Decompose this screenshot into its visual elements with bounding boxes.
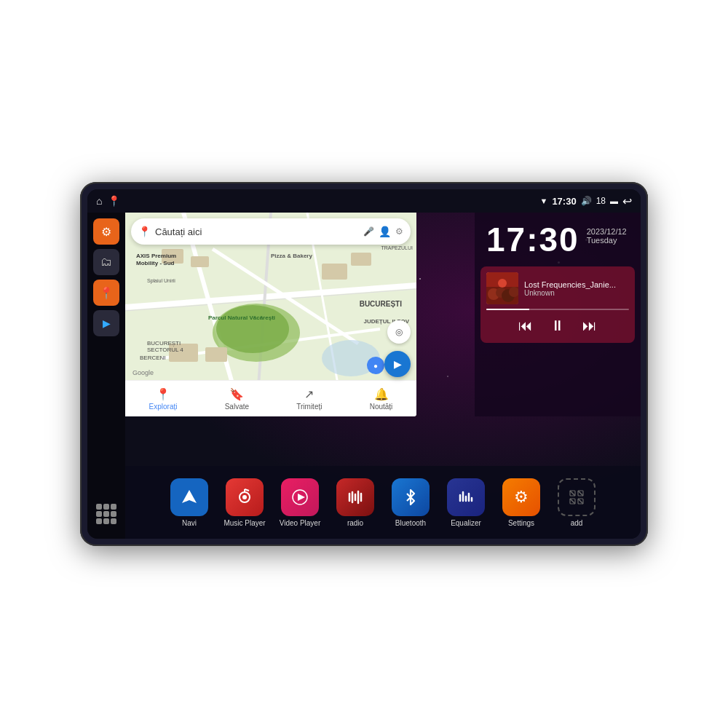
- status-time: 17:30: [552, 196, 576, 207]
- map-shortcut-icon[interactable]: 📍: [108, 195, 120, 207]
- sidebar: ⚙ 🗂 📍 ▶: [87, 213, 125, 539]
- nav-icon: ▶: [103, 317, 111, 329]
- app-bluetooth[interactable]: Bluetooth: [389, 478, 432, 527]
- music-progress-fill: [486, 309, 529, 310]
- clock-time: 17:30: [486, 223, 579, 256]
- map-news-button[interactable]: 🔔 Noutăți: [370, 387, 393, 411]
- svg-rect-24: [486, 272, 518, 304]
- radio-wave-svg: [346, 488, 365, 507]
- saved-label: Salvate: [225, 403, 249, 411]
- back-icon[interactable]: ↩: [622, 194, 632, 208]
- share-icon: ↗: [304, 387, 314, 401]
- status-right: ▼ 17:30 🔊 18 ▬ ↩: [540, 194, 633, 208]
- map-saved-button[interactable]: 🔖 Salvate: [225, 387, 249, 411]
- sidebar-files-button[interactable]: 🗂: [93, 249, 119, 275]
- map-explore-button[interactable]: 📍 Explorați: [149, 387, 178, 411]
- svg-line-45: [578, 499, 583, 504]
- sidebar-settings-button[interactable]: ⚙: [93, 218, 119, 245]
- video-play-svg: [290, 488, 309, 507]
- navi-label: Navi: [182, 519, 197, 527]
- music-progress-bar[interactable]: [486, 309, 629, 310]
- equalizer-label: Equalizer: [451, 519, 481, 527]
- music-player-icon: [226, 478, 264, 516]
- add-svg: [567, 488, 586, 507]
- settings-label: Settings: [508, 519, 534, 527]
- main-area: ⚙ 🗂 📍 ▶: [87, 213, 641, 539]
- map-label-pizza: Pizza & Bakery: [271, 253, 312, 259]
- add-label: add: [571, 519, 583, 527]
- user-icon[interactable]: 👤: [379, 226, 391, 237]
- settings-icon: ⚙: [101, 225, 111, 239]
- right-panel: 17:30 2023/12/12 Tuesday: [475, 213, 641, 416]
- explore-icon: 📍: [156, 387, 170, 401]
- app-video-player[interactable]: Video Player: [278, 478, 322, 527]
- day-value: Tuesday: [587, 236, 627, 245]
- map-label-axis: AXIS PremiumMobility - Sud: [136, 253, 176, 268]
- music-prev-button[interactable]: ⏮: [518, 317, 533, 334]
- music-next-button[interactable]: ⏭: [582, 317, 597, 334]
- sidebar-nav-button[interactable]: ▶: [93, 310, 119, 336]
- radio-label: radio: [347, 519, 363, 527]
- sidebar-location-button[interactable]: 📍: [93, 280, 119, 306]
- music-controls: ⏮ ⏸ ⏭: [486, 314, 629, 337]
- music-top: Lost Frequencies_Janie... Unknown: [486, 272, 629, 304]
- svg-point-27: [242, 495, 247, 499]
- date-value: 2023/12/12: [587, 227, 627, 236]
- app-music-player[interactable]: Music Player: [223, 478, 266, 527]
- files-icon: 🗂: [100, 256, 112, 269]
- svg-rect-12: [191, 256, 209, 267]
- map-searchbar[interactable]: 📍 Căutați aici 🎤 👤 ⚙: [131, 218, 411, 245]
- status-bar: ⌂ 📍 ▼ 17:30 🔊 18 ▬ ↩: [87, 189, 641, 213]
- music-info: Lost Frequencies_Janie... Unknown: [524, 280, 629, 297]
- microphone-icon[interactable]: 🎤: [363, 226, 374, 237]
- music-pause-button[interactable]: ⏸: [550, 317, 565, 334]
- device: ⌂ 📍 ▼ 17:30 🔊 18 ▬ ↩: [80, 182, 648, 546]
- music-artist: Unknown: [524, 289, 629, 297]
- svg-line-44: [570, 499, 575, 504]
- app-navi[interactable]: Navi: [167, 478, 211, 527]
- map-target-button[interactable]: ◎: [387, 320, 411, 344]
- app-add[interactable]: add: [555, 478, 598, 527]
- svg-rect-13: [322, 264, 347, 280]
- map-start-button[interactable]: ▶: [384, 351, 411, 377]
- battery-level: 18: [596, 196, 606, 206]
- video-player-label: Video Player: [280, 519, 321, 527]
- map-label-splaiul: Splaiul Unirii: [147, 278, 175, 283]
- video-player-icon: [281, 478, 319, 516]
- map-label-bucuresti: BUCUREȘTI: [360, 300, 402, 308]
- svg-marker-31: [298, 494, 305, 501]
- device-screen: ⌂ 📍 ▼ 17:30 🔊 18 ▬ ↩: [87, 189, 641, 539]
- map-label-berceni: BERCENI: [140, 355, 166, 361]
- clock-date: 2023/12/12 Tuesday: [587, 223, 627, 245]
- svg-rect-16: [205, 347, 227, 362]
- status-left: ⌂ 📍: [96, 195, 120, 207]
- app-settings[interactable]: ⚙ Settings: [499, 478, 543, 527]
- current-location-pin[interactable]: ●: [367, 357, 384, 374]
- map-search-text[interactable]: Căutați aici: [155, 226, 359, 237]
- grid-dots-icon: [96, 504, 116, 524]
- app-radio[interactable]: radio: [333, 478, 377, 527]
- map-share-button[interactable]: ↗ Trimiteți: [296, 387, 322, 411]
- music-title: Lost Frequencies_Janie...: [524, 280, 629, 289]
- share-label: Trimiteți: [296, 403, 322, 411]
- map-container[interactable]: AXIS PremiumMobility - Sud Pizza & Baker…: [125, 213, 416, 416]
- apps-grid-button[interactable]: [93, 501, 119, 527]
- battery-icon: ▬: [610, 197, 618, 205]
- location-icon: 📍: [99, 286, 114, 300]
- app-grid-area: Navi Music Player: [125, 466, 641, 539]
- google-logo: Google: [132, 369, 154, 376]
- app-grid: Navi Music Player: [167, 478, 598, 527]
- add-app-icon: [558, 478, 596, 516]
- app-equalizer[interactable]: Equalizer: [444, 478, 488, 527]
- eq-svg: [456, 488, 475, 507]
- map-settings-icon[interactable]: ⚙: [395, 226, 403, 237]
- map-label-parc: Parcul Natural Văcărești: [205, 314, 278, 321]
- music-player-label: Music Player: [223, 519, 265, 527]
- map-label-trapezului: TRAPEZULUI: [381, 245, 413, 250]
- map-bottom-bar: 📍 Explorați 🔖 Salvate ↗ Trimiteți 🔔 Nout…: [125, 380, 416, 416]
- album-art: [486, 272, 518, 304]
- news-label: Noutăți: [370, 403, 393, 411]
- home-icon[interactable]: ⌂: [96, 195, 102, 207]
- music-widget: Lost Frequencies_Janie... Unknown ⏮ ⏸ ⏭: [480, 266, 635, 343]
- explore-label: Explorați: [149, 403, 178, 411]
